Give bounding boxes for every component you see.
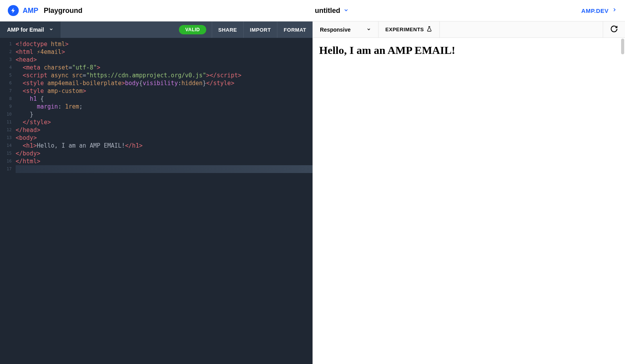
line-number: 2 bbox=[0, 48, 16, 56]
viewport-selector-label: Responsive bbox=[320, 27, 351, 33]
amp-dev-link[interactable]: AMP.DEV bbox=[581, 7, 617, 14]
amp-dev-link-label: AMP.DEV bbox=[581, 7, 609, 14]
code-content[interactable]: <script async src="https://cdn.ampprojec… bbox=[16, 71, 312, 79]
doc-title-area[interactable]: untitled bbox=[82, 7, 581, 15]
code-content[interactable]: </html> bbox=[16, 157, 312, 165]
line-number: 8 bbox=[0, 95, 16, 103]
format-button[interactable]: FORMAT bbox=[277, 21, 312, 38]
line-number: 11 bbox=[0, 118, 16, 126]
line-number: 3 bbox=[0, 56, 16, 64]
code-line[interactable]: 11 </style> bbox=[0, 118, 312, 126]
chevron-right-icon bbox=[612, 7, 617, 14]
amp-logo-icon bbox=[8, 5, 19, 16]
code-content[interactable]: <h1>Hello, I am an AMP EMAIL!</h1> bbox=[16, 142, 312, 150]
code-content[interactable]: <meta charset="utf-8"> bbox=[16, 64, 312, 71]
line-number: 7 bbox=[0, 87, 16, 95]
code-content[interactable] bbox=[16, 165, 312, 173]
share-button[interactable]: SHARE bbox=[212, 21, 243, 38]
experiments-label: EXPERIMENTS bbox=[386, 27, 424, 32]
chevron-down-icon bbox=[49, 27, 54, 33]
code-line[interactable]: 6 <style amp4email-boilerplate>body{visi… bbox=[0, 79, 312, 87]
code-line[interactable]: 15</body> bbox=[0, 150, 312, 157]
code-line[interactable]: 16</html> bbox=[0, 157, 312, 165]
line-number: 9 bbox=[0, 103, 16, 111]
experiments-button[interactable]: EXPERIMENTS bbox=[379, 21, 440, 37]
preview-toolbar: Responsive EXPERIMENTS bbox=[313, 21, 625, 38]
preview-content: Hello, I am an AMP EMAIL! bbox=[313, 38, 625, 364]
flask-icon bbox=[426, 26, 432, 33]
line-number: 14 bbox=[0, 142, 16, 150]
code-line[interactable]: 7 <style amp-custom> bbox=[0, 87, 312, 95]
line-number: 5 bbox=[0, 71, 16, 79]
editor-panel: AMP for Email VALID SHARE IMPORT FORMAT … bbox=[0, 21, 312, 364]
valid-badge[interactable]: VALID bbox=[179, 25, 206, 34]
editor-toolbar: AMP for Email VALID SHARE IMPORT FORMAT bbox=[0, 21, 312, 38]
code-content[interactable]: </body> bbox=[16, 150, 312, 157]
code-content[interactable]: h1 { bbox=[16, 95, 312, 103]
line-number: 6 bbox=[0, 79, 16, 87]
line-number: 12 bbox=[0, 126, 16, 134]
chevron-down-icon bbox=[366, 27, 371, 33]
code-editor[interactable]: 1<!doctype html>2<html ⚡4email>3<head>4 … bbox=[0, 38, 312, 364]
code-line[interactable]: 14 <h1>Hello, I am an AMP EMAIL!</h1> bbox=[0, 142, 312, 150]
chevron-down-icon bbox=[343, 7, 349, 14]
preview-panel: Responsive EXPERIMENTS Hello, I am an AM… bbox=[312, 21, 625, 364]
code-content[interactable]: margin: 1rem; bbox=[16, 103, 312, 111]
code-line[interactable]: 2<html ⚡4email> bbox=[0, 48, 312, 56]
doc-title: untitled bbox=[315, 7, 340, 15]
code-content[interactable]: <style amp-custom> bbox=[16, 87, 312, 95]
line-number: 10 bbox=[0, 111, 16, 118]
scrollbar-thumb[interactable] bbox=[621, 39, 624, 54]
code-line[interactable]: 5 <script async src="https://cdn.ampproj… bbox=[0, 71, 312, 79]
code-content[interactable]: } bbox=[16, 111, 312, 118]
logo-area: AMP Playground bbox=[8, 5, 82, 16]
code-content[interactable]: <head> bbox=[16, 56, 312, 64]
code-content[interactable]: <html ⚡4email> bbox=[16, 48, 312, 56]
line-number: 15 bbox=[0, 150, 16, 157]
format-selector[interactable]: AMP for Email bbox=[0, 21, 61, 38]
code-line[interactable]: 9 margin: 1rem; bbox=[0, 103, 312, 111]
main: AMP for Email VALID SHARE IMPORT FORMAT … bbox=[0, 21, 625, 364]
code-line[interactable]: 4 <meta charset="utf-8"> bbox=[0, 64, 312, 71]
code-content[interactable]: <!doctype html> bbox=[16, 40, 312, 48]
line-number: 17 bbox=[0, 165, 16, 173]
code-content[interactable]: <style amp4email-boilerplate>body{visibi… bbox=[16, 79, 312, 87]
code-line[interactable]: 1<!doctype html> bbox=[0, 40, 312, 48]
brand-amp: AMP bbox=[23, 7, 38, 15]
format-selector-label: AMP for Email bbox=[7, 27, 44, 33]
code-content[interactable]: </style> bbox=[16, 118, 312, 126]
code-line[interactable]: 13<body> bbox=[0, 134, 312, 142]
line-number: 4 bbox=[0, 64, 16, 71]
refresh-button[interactable] bbox=[603, 21, 625, 37]
code-line[interactable]: 12</head> bbox=[0, 126, 312, 134]
code-line[interactable]: 10 } bbox=[0, 111, 312, 118]
import-button[interactable]: IMPORT bbox=[243, 21, 277, 38]
code-line[interactable]: 3<head> bbox=[0, 56, 312, 64]
preview-heading: Hello, I am an AMP EMAIL! bbox=[319, 44, 619, 57]
code-content[interactable]: <body> bbox=[16, 134, 312, 142]
code-line[interactable]: 8 h1 { bbox=[0, 95, 312, 103]
code-content[interactable]: </head> bbox=[16, 126, 312, 134]
brand-playground: Playground bbox=[44, 7, 82, 15]
viewport-selector[interactable]: Responsive bbox=[313, 21, 379, 37]
line-number: 16 bbox=[0, 157, 16, 165]
line-number: 1 bbox=[0, 40, 16, 48]
header: AMP Playground untitled AMP.DEV bbox=[0, 0, 625, 21]
code-line[interactable]: 17 bbox=[0, 165, 312, 173]
refresh-icon bbox=[610, 25, 618, 34]
line-number: 13 bbox=[0, 134, 16, 142]
